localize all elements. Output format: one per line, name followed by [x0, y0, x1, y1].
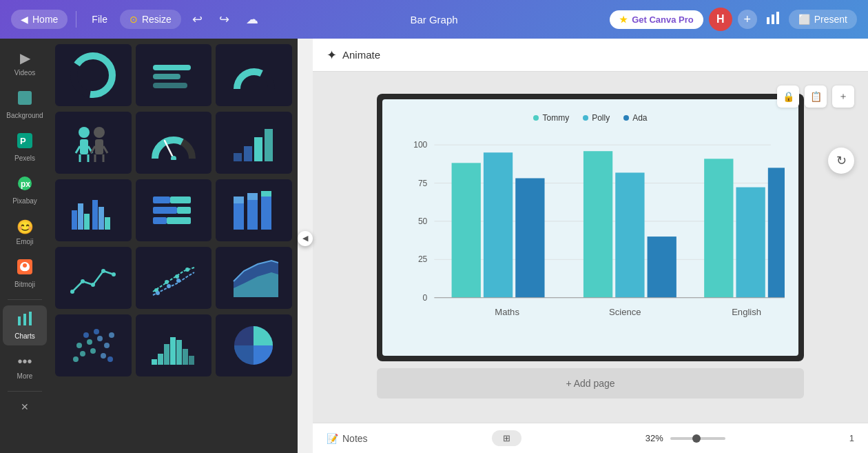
legend-dot-polly — [583, 115, 588, 121]
chart-thumb-dot-scatter[interactable] — [55, 314, 132, 376]
svg-rect-20 — [80, 139, 88, 154]
svg-rect-26 — [95, 139, 103, 154]
svg-point-77 — [109, 332, 114, 338]
legend-polly: Polly — [583, 113, 610, 123]
svg-rect-100 — [484, 152, 513, 297]
copy-button[interactable]: 📋 — [805, 85, 827, 108]
sidebar-item-bitmoji[interactable]: Bitmoji — [3, 254, 47, 294]
svg-rect-48 — [167, 217, 191, 224]
sidebar-item-emoji[interactable]: 😊 Emoji — [3, 213, 47, 251]
chart-thumb-histogram[interactable] — [136, 314, 212, 376]
svg-point-73 — [90, 348, 96, 354]
chart-thumb-scatter[interactable] — [136, 247, 212, 309]
svg-rect-83 — [164, 344, 169, 365]
svg-point-71 — [76, 343, 82, 348]
svg-point-76 — [101, 353, 106, 359]
sidebar-item-pexels[interactable]: P Pexels — [3, 128, 47, 168]
cloud-button[interactable]: ☁ — [240, 8, 264, 31]
charts-icon — [17, 311, 32, 330]
sidebar-item-charts[interactable]: Charts — [3, 305, 47, 345]
refresh-button[interactable]: ↻ — [828, 148, 854, 174]
svg-rect-12 — [23, 314, 26, 325]
add-collaborator-button[interactable]: + — [738, 10, 757, 29]
chart-thumb-area[interactable] — [216, 247, 292, 309]
svg-rect-33 — [234, 153, 242, 161]
sidebar-item-pixabay[interactable]: px Pixabay — [3, 170, 47, 210]
svg-rect-85 — [176, 340, 182, 365]
present-button[interactable]: ⬜ Present — [789, 10, 857, 29]
add-button[interactable]: ＋ — [832, 85, 854, 108]
sidebar-item-videos[interactable]: ▶ Videos — [3, 44, 47, 82]
legend-dot-tommy — [533, 115, 539, 121]
resize-icon: ⊙ — [130, 14, 138, 25]
legend-label-polly: Polly — [592, 113, 610, 123]
present-label: Present — [814, 14, 847, 25]
sidebar-item-more[interactable]: ••• More — [3, 348, 47, 385]
svg-rect-3 — [18, 91, 32, 105]
chart-thumb-half-donut[interactable] — [216, 44, 292, 106]
home-label: Home — [32, 14, 58, 25]
svg-rect-53 — [261, 197, 271, 230]
chart-thumb-gauge[interactable] — [136, 112, 212, 174]
nav-right: ★ Get Canva Pro H + ⬜ Present — [610, 8, 857, 32]
chart-legend: Tommy Polly Ada — [396, 113, 785, 123]
zoom-value: 32% — [645, 433, 663, 443]
svg-point-75 — [104, 343, 110, 348]
legend-tommy: Tommy — [533, 113, 569, 123]
chart-thumb-people[interactable] — [55, 112, 132, 174]
chart-thumb-stacked-bar[interactable] — [216, 179, 292, 241]
lock-button[interactable]: 🔒 — [777, 85, 799, 108]
animate-button[interactable]: ✦ Animate — [327, 48, 380, 63]
svg-point-56 — [81, 279, 85, 283]
svg-rect-41 — [99, 207, 104, 230]
legend-ada: Ada — [623, 113, 647, 123]
legend-label-ada: Ada — [632, 113, 647, 123]
svg-text:P: P — [20, 136, 26, 146]
notes-icon: 📝 — [327, 433, 338, 444]
notes-button[interactable]: 📝 Notes — [327, 433, 368, 444]
more-icon: ••• — [17, 354, 32, 370]
hide-panel-button[interactable]: ◀ — [298, 231, 313, 246]
svg-point-61 — [165, 280, 169, 284]
avatar-button[interactable]: H — [709, 8, 732, 31]
file-button[interactable]: File — [85, 10, 114, 29]
show-pages-button[interactable]: ⊞ — [492, 430, 521, 446]
chart-thumb-line[interactable] — [55, 247, 132, 309]
sidebar-item-background[interactable]: Background — [3, 85, 47, 125]
chart-thumb-horiz-stacked[interactable] — [136, 179, 212, 241]
svg-text:px: px — [21, 179, 30, 189]
svg-point-72 — [87, 339, 92, 345]
page-number: 1 — [849, 433, 854, 443]
legend-label-tommy: Tommy — [542, 113, 569, 123]
canvas-toolbar: 🔒 📋 ＋ — [777, 85, 854, 108]
sidebar-item-more-label: More — [17, 372, 33, 380]
charts-grid-row1 — [55, 44, 292, 106]
chart-thumb-bar-growing[interactable] — [216, 112, 292, 174]
svg-rect-47 — [153, 217, 167, 224]
svg-rect-87 — [189, 356, 194, 365]
svg-rect-43 — [153, 197, 170, 203]
sidebar-close-button[interactable]: ✕ — [17, 397, 33, 416]
chart-thumb-donut[interactable] — [55, 44, 132, 106]
chart-thumb-horizontal-bar[interactable] — [136, 44, 212, 106]
undo-button[interactable]: ↩ — [187, 8, 208, 31]
chart-thumb-grouped-bar[interactable] — [55, 179, 132, 241]
svg-point-25 — [94, 127, 105, 138]
svg-rect-16 — [153, 65, 191, 70]
analytics-button[interactable] — [763, 8, 783, 32]
svg-rect-13 — [29, 312, 32, 325]
home-button[interactable]: ◀ Home — [11, 10, 68, 29]
chart-thumb-pie[interactable] — [216, 314, 292, 376]
add-page-button[interactable]: + Add page — [377, 368, 804, 399]
zoom-slider[interactable] — [670, 437, 725, 440]
svg-point-79 — [94, 329, 99, 334]
svg-rect-101 — [515, 178, 544, 297]
sidebar-item-pexels-label: Pexels — [14, 154, 35, 162]
redo-button[interactable]: ↪ — [214, 8, 235, 31]
sidebar-item-bitmoji-label: Bitmoji — [14, 281, 35, 288]
resize-button[interactable]: ⊙ Resize — [120, 10, 181, 29]
chart-frame[interactable]: Tommy Polly Ada — [377, 94, 804, 361]
svg-point-58 — [101, 269, 105, 273]
svg-point-64 — [156, 291, 160, 295]
canva-pro-button[interactable]: ★ Get Canva Pro — [610, 10, 703, 29]
